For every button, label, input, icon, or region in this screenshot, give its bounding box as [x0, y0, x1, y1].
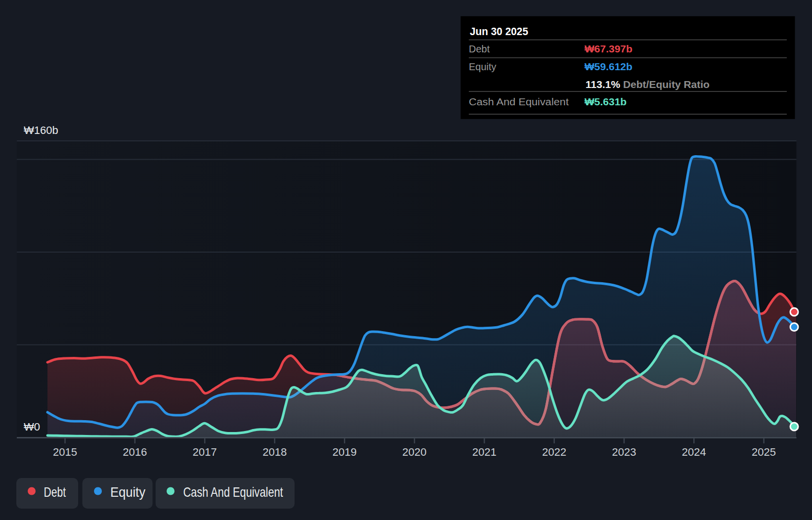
svg-text:Cash And Equivalent: Cash And Equivalent — [183, 484, 283, 500]
svg-text:113.1% Debt/Equity Ratio: 113.1% Debt/Equity Ratio — [586, 79, 710, 90]
svg-text:₩59.612b: ₩59.612b — [585, 61, 632, 72]
svg-text:₩0: ₩0 — [24, 421, 40, 433]
svg-text:2023: 2023 — [612, 446, 636, 458]
svg-text:2020: 2020 — [403, 446, 427, 458]
svg-text:₩160b: ₩160b — [24, 124, 58, 136]
svg-text:2024: 2024 — [682, 446, 706, 458]
svg-text:Jun 30 2025: Jun 30 2025 — [470, 25, 528, 38]
svg-text:Debt: Debt — [44, 484, 66, 500]
svg-text:2015: 2015 — [53, 446, 77, 458]
svg-text:2019: 2019 — [332, 446, 357, 458]
svg-text:Equity: Equity — [110, 484, 145, 500]
svg-text:2016: 2016 — [123, 446, 147, 458]
svg-text:Debt: Debt — [469, 43, 490, 54]
svg-text:2017: 2017 — [193, 446, 217, 458]
svg-text:Cash And Equivalent: Cash And Equivalent — [469, 96, 569, 107]
svg-text:₩67.397b: ₩67.397b — [585, 43, 632, 54]
svg-text:2025: 2025 — [752, 446, 776, 458]
svg-text:2021: 2021 — [472, 446, 496, 458]
svg-text:₩5.631b: ₩5.631b — [585, 96, 627, 107]
svg-text:2022: 2022 — [542, 446, 566, 458]
svg-text:2018: 2018 — [263, 446, 287, 458]
svg-text:Equity: Equity — [469, 61, 496, 72]
